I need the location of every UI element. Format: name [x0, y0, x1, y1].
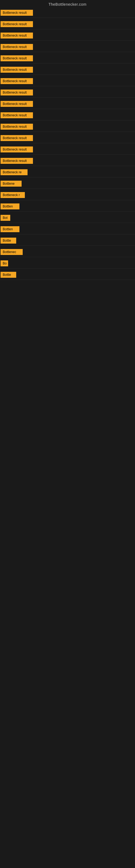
list-item: Bottleneck result — [0, 8, 135, 18]
list-item: Bottlen — [0, 224, 135, 235]
list-item: Bottleneck re — [0, 167, 135, 177]
bottleneck-badge[interactable]: Bottleneck r — [1, 192, 25, 198]
bottleneck-badge[interactable]: Bottleneck result — [1, 44, 33, 50]
bottleneck-badge[interactable]: Bottleneck result — [1, 67, 33, 73]
bottleneck-badge[interactable]: Bottleneck result — [1, 55, 33, 61]
list-item: Bottlene — [0, 179, 135, 189]
list-item: Bottleneck result — [0, 133, 135, 143]
list-item: Bottlen — [0, 201, 135, 212]
bottleneck-badge[interactable]: Bottleneck result — [1, 78, 33, 84]
bottleneck-badge[interactable]: Bottleneck result — [1, 33, 33, 38]
list-item: Bottleneck result — [0, 122, 135, 132]
bottleneck-badge[interactable]: Bottleneck result — [1, 10, 33, 16]
list-item: Bottleneck result — [0, 87, 135, 98]
bottleneck-badge[interactable]: Bottleneck result — [1, 158, 33, 164]
list-item: Bottleneck result — [0, 53, 135, 63]
bottleneck-list: Bottleneck resultBottleneck resultBottle… — [0, 8, 135, 280]
list-item: Bottleneck result — [0, 65, 135, 75]
bottleneck-badge[interactable]: Bottlene — [1, 181, 21, 187]
list-item: Bottleneck result — [0, 76, 135, 86]
bottleneck-badge[interactable]: Bottleneck result — [1, 112, 33, 118]
site-title: TheBottlenecker.com — [0, 0, 135, 8]
list-item: Bottlenec — [0, 247, 135, 257]
list-item: Bottle — [0, 270, 135, 280]
bottleneck-badge[interactable]: Bottlen — [1, 226, 19, 232]
bottleneck-badge[interactable]: Bottleneck result — [1, 147, 33, 152]
bottleneck-badge[interactable]: Bottleneck re — [1, 169, 28, 175]
bottleneck-badge[interactable]: Bottle — [1, 272, 16, 278]
bottleneck-badge[interactable]: Bot — [1, 215, 10, 221]
bottleneck-badge[interactable]: Bottlenec — [1, 249, 23, 255]
bottleneck-badge[interactable]: Bottleneck result — [1, 135, 33, 141]
list-item: Bottleneck result — [0, 99, 135, 109]
list-item: Bottleneck result — [0, 110, 135, 120]
list-item: Bot — [0, 213, 135, 223]
list-item: Bottleneck result — [0, 144, 135, 155]
bottleneck-badge[interactable]: Bottleneck result — [1, 21, 33, 27]
bottleneck-badge[interactable]: Bottleneck result — [1, 124, 33, 130]
list-item: Bo — [0, 258, 135, 269]
list-item: Bottle — [0, 236, 135, 246]
bottleneck-badge[interactable]: Bottleneck result — [1, 101, 33, 107]
list-item: Bottleneck result — [0, 42, 135, 52]
bottleneck-badge[interactable]: Bo — [1, 260, 8, 267]
bottleneck-badge[interactable]: Bottle — [1, 238, 16, 244]
bottleneck-badge[interactable]: Bottleneck result — [1, 90, 33, 95]
list-item: Bottleneck result — [0, 30, 135, 41]
site-header: TheBottlenecker.com — [0, 0, 135, 8]
list-item: Bottleneck result — [0, 19, 135, 29]
bottleneck-badge[interactable]: Bottlen — [1, 204, 19, 209]
list-item: Bottleneck result — [0, 156, 135, 166]
list-item: Bottleneck r — [0, 190, 135, 200]
